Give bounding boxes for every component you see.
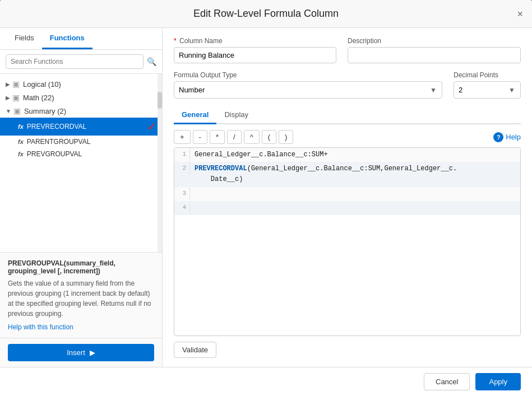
code-editor[interactable]: 1 General_Ledger__c.Balance__c:SUM+ 2 PR… bbox=[174, 147, 521, 336]
scroll-thumb[interactable] bbox=[158, 92, 162, 109]
modal-header: Edit Row-Level Formula Column × bbox=[0, 0, 532, 28]
line-code-1: General_Ledger__c.Balance__c:SUM+ bbox=[190, 148, 332, 162]
description-input[interactable] bbox=[348, 47, 521, 63]
op-close-paren[interactable]: ) bbox=[279, 130, 293, 144]
right-panel: * Column Name Description Formula Output… bbox=[163, 28, 532, 367]
output-type-label: Formula Output Type bbox=[174, 71, 442, 79]
code-line-4: 4 bbox=[174, 201, 520, 215]
column-name-label-text: Column Name bbox=[179, 37, 223, 45]
tree-item-prevgroupval[interactable]: fx PREVGROUPVAL bbox=[0, 148, 162, 160]
op-power[interactable]: ^ bbox=[244, 130, 260, 144]
line-code-3 bbox=[190, 187, 203, 201]
tab-general[interactable]: General bbox=[174, 106, 216, 124]
modal-backdrop: Edit Row-Level Formula Column × Fields F… bbox=[0, 0, 532, 396]
chevron-down-icon-summary: ▼ bbox=[6, 108, 11, 114]
form-row-1: * Column Name Description bbox=[174, 37, 521, 63]
decimal-select-wrapper: 0 1 2 3 4 ▼ bbox=[454, 81, 521, 99]
op-minus[interactable]: - bbox=[193, 130, 207, 144]
tab-functions[interactable]: Functions bbox=[42, 28, 92, 49]
description-group: Description bbox=[348, 37, 521, 63]
validate-area: Validate bbox=[174, 342, 521, 358]
fx-icon-prevrecordval: fx bbox=[18, 123, 24, 130]
parentgroupval-label: PARENTGROUPVAL bbox=[27, 138, 91, 146]
insert-btn-area: Insert ▶ bbox=[0, 338, 162, 367]
decimal-label: Decimal Points bbox=[454, 71, 521, 79]
fx-icon-parentgroupval: fx bbox=[18, 138, 24, 145]
help-circle-icon: ? bbox=[493, 132, 503, 142]
column-name-group: * Column Name bbox=[174, 37, 336, 63]
decimal-group: Decimal Points 0 1 2 3 4 ▼ bbox=[454, 71, 521, 99]
line-num-1: 1 bbox=[174, 148, 190, 161]
line-code-2: PREVRECORDVAL(General_Ledger__c.Balance_… bbox=[190, 162, 461, 187]
line-code-4 bbox=[190, 201, 203, 215]
operator-bar: + - * / ^ ( ) ? Help bbox=[174, 130, 521, 144]
desc-text: Gets the value of a summary field from t… bbox=[8, 278, 154, 319]
close-button[interactable]: × bbox=[517, 8, 523, 20]
description-label: Description bbox=[348, 37, 521, 45]
tree-group-summary-header[interactable]: ▼ ▣ Summary (2) bbox=[0, 104, 162, 118]
arrow-right-icon: ▶ bbox=[90, 348, 95, 357]
tree-group-logical: ▶ ▣ Logical (10) bbox=[0, 77, 162, 91]
line-num-4: 4 bbox=[174, 201, 190, 215]
help-button[interactable]: ? Help bbox=[493, 132, 521, 142]
tree-group-summary: ▼ ▣ Summary (2) fx PREVRECORDVAL ✓ bbox=[0, 104, 162, 160]
search-box: 🔍 bbox=[0, 50, 162, 74]
folder-icon-math: ▣ bbox=[12, 93, 20, 102]
description-area: PREVGROUPVAL(summary_field, grouping_lev… bbox=[0, 252, 162, 338]
op-divide[interactable]: / bbox=[227, 130, 242, 144]
apply-button[interactable]: Apply bbox=[475, 373, 521, 390]
op-multiply[interactable]: * bbox=[210, 130, 225, 144]
help-link[interactable]: Help with this function bbox=[8, 323, 73, 331]
modal-footer: Cancel Apply bbox=[0, 367, 532, 396]
form-row-2: Formula Output Type Number Text Date Boo… bbox=[174, 71, 521, 99]
insert-label: Insert bbox=[67, 348, 85, 357]
scroll-track bbox=[158, 74, 162, 252]
required-star: * bbox=[174, 37, 177, 45]
right-tabs: General Display bbox=[174, 106, 521, 124]
column-name-label: * Column Name bbox=[174, 37, 336, 45]
prevrecordval-label: PREVRECORDVAL bbox=[27, 123, 86, 131]
chevron-right-icon: ▶ bbox=[6, 81, 10, 87]
folder-icon-summary: ▣ bbox=[13, 106, 21, 115]
output-type-group: Formula Output Type Number Text Date Boo… bbox=[174, 71, 442, 99]
desc-title: PREVGROUPVAL(summary_field, grouping_lev… bbox=[8, 259, 154, 275]
tree-item-prevrecordval[interactable]: fx PREVRECORDVAL ✓ bbox=[0, 118, 162, 136]
search-icon-button[interactable]: 🔍 bbox=[147, 57, 156, 66]
op-open-paren[interactable]: ( bbox=[262, 130, 276, 144]
line-num-2: 2 bbox=[174, 162, 190, 175]
function-tree-wrap: ▶ ▣ Logical (10) ▶ ▣ Math (22) bbox=[0, 74, 162, 252]
cancel-button[interactable]: Cancel bbox=[424, 373, 470, 390]
code-line-1: 1 General_Ledger__c.Balance__c:SUM+ bbox=[174, 148, 520, 162]
prevgroupval-label: PREVGROUPVAL bbox=[27, 150, 82, 158]
decimal-select[interactable]: 0 1 2 3 4 bbox=[454, 81, 521, 99]
fx-icon-prevgroupval: fx bbox=[18, 151, 24, 157]
modal: Edit Row-Level Formula Column × Fields F… bbox=[0, 0, 532, 396]
math-group-label: Math (22) bbox=[23, 94, 54, 102]
tree-item-parentgroupval[interactable]: fx PARENTGROUPVAL bbox=[0, 136, 162, 148]
search-input[interactable] bbox=[6, 54, 144, 69]
tree-group-math: ▶ ▣ Math (22) bbox=[0, 91, 162, 104]
insert-button[interactable]: Insert ▶ bbox=[8, 344, 154, 361]
function-tree: ▶ ▣ Logical (10) ▶ ▣ Math (22) bbox=[0, 74, 162, 252]
tab-display[interactable]: Display bbox=[216, 106, 256, 124]
fn-prevrecordval: PREVRECORDVAL bbox=[195, 165, 247, 173]
folder-icon: ▣ bbox=[12, 80, 20, 88]
validate-button[interactable]: Validate bbox=[174, 342, 216, 358]
code-line-2: 2 PREVRECORDVAL(General_Ledger__c.Balanc… bbox=[174, 162, 520, 187]
column-name-input[interactable] bbox=[174, 47, 336, 63]
output-type-select[interactable]: Number Text Date Boolean bbox=[174, 81, 442, 99]
summary-group-label: Summary (2) bbox=[24, 107, 66, 115]
line-num-3: 3 bbox=[174, 187, 190, 201]
tree-group-logical-header[interactable]: ▶ ▣ Logical (10) bbox=[0, 77, 162, 91]
checkmark-icon: ✓ bbox=[147, 120, 156, 133]
op-plus[interactable]: + bbox=[174, 130, 191, 144]
tree-group-math-header[interactable]: ▶ ▣ Math (22) bbox=[0, 91, 162, 104]
chevron-right-icon-math: ▶ bbox=[6, 95, 10, 101]
left-panel: Fields Functions 🔍 ▶ ▣ bbox=[0, 28, 163, 367]
help-label: Help bbox=[506, 133, 521, 141]
modal-body: Fields Functions 🔍 ▶ ▣ bbox=[0, 28, 532, 367]
tab-fields[interactable]: Fields bbox=[7, 28, 42, 49]
output-type-select-wrapper: Number Text Date Boolean ▼ bbox=[174, 81, 442, 99]
logical-group-label: Logical (10) bbox=[23, 80, 61, 88]
tabs-bar: Fields Functions bbox=[0, 28, 162, 50]
